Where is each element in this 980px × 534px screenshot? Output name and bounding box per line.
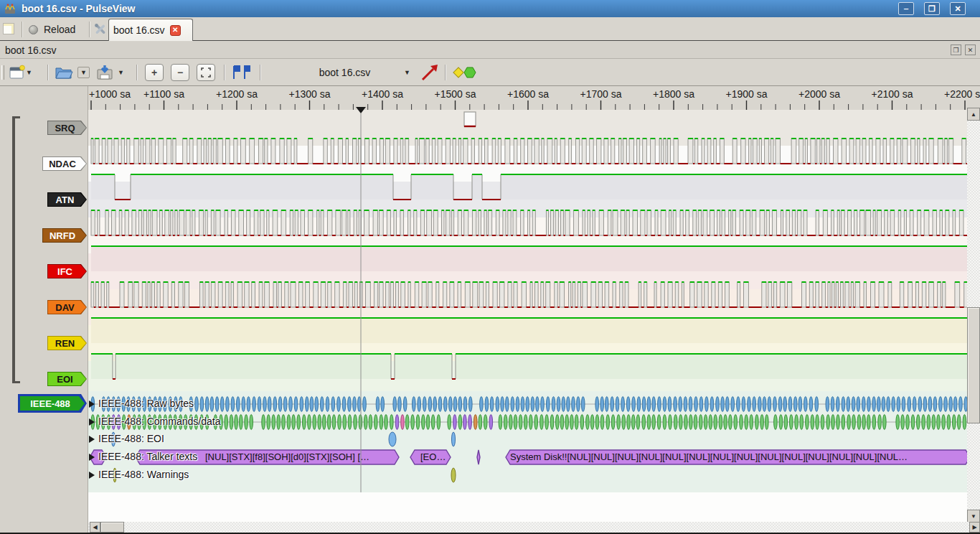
decoder-row-label[interactable]: IEEE-488: Talker texts [98,451,197,462]
dock-title: boot 16.csv [5,44,57,56]
main-toolbar: ▼ ▼ ▼ + − [0,59,980,86]
vertical-scrollbar[interactable]: ▲ ▼ [967,108,980,524]
device-selector-value: boot 16.csv [286,67,404,78]
waveform-canvas[interactable] [0,86,980,533]
probe-icon [420,63,439,82]
separator [22,22,22,37]
zoom-fit-icon [197,64,215,81]
decoder-annotation-text: [EO… [420,451,448,464]
channel-flag-dav[interactable]: DAV [47,300,87,314]
zoom-out-button[interactable]: − [171,62,189,83]
dropdown-arrow-icon[interactable]: ▼ [26,69,32,76]
channel-flag-atn[interactable]: ATN [47,192,87,207]
channel-flag-srq[interactable]: SRQ [47,121,87,135]
trace-group-bracket[interactable] [12,116,20,383]
scroll-left-icon[interactable]: ◀ [90,522,100,533]
dropdown-arrow-icon: ▼ [404,69,410,76]
new-session-icon [9,65,26,80]
dropdown-arrow-icon[interactable]: ▼ [77,67,90,78]
decoder-row-label[interactable]: IEEE-488: Raw bytes [98,398,194,409]
pulseview-logo-icon [4,3,16,14]
title-bar[interactable]: boot 16.csv - PulseView ‒ ❐ ✕ [0,0,980,17]
separator [445,65,446,80]
channel-flag-ieee-488[interactable]: IEEE-488 [18,394,87,413]
channel-flag-ndac[interactable]: NDAC [42,156,87,171]
scroll-down-icon[interactable]: ▼ [967,510,980,523]
new-file-icon[interactable] [3,23,14,34]
toolbar-grip[interactable] [1,65,4,80]
close-button[interactable]: ✕ [950,2,966,15]
reload-button[interactable]: Reload [29,21,75,38]
show-cursors-button[interactable] [231,62,253,83]
minimize-button[interactable]: ‒ [898,2,914,15]
save-button[interactable]: ▼ [96,62,124,83]
decoder-row-label[interactable]: IEEE-488: Commands/data [98,416,220,427]
new-session-button[interactable]: ▼ [9,62,32,83]
separator [260,65,260,80]
maximize-button[interactable]: ❐ [924,2,940,15]
tab-boot16csv[interactable]: boot 16.csv ✕ [108,19,193,41]
trace-view[interactable]: +1000 sa+1100 sa+1200 sa+1300 sa+1400 sa… [0,86,980,533]
decoder-annotation-text: System Disk!![NUL][NUL][NUL][NUL][NUL][N… [510,451,967,464]
dock-close-icon[interactable]: ✕ [965,44,976,55]
zoom-out-icon: − [171,64,189,81]
device-selector-combobox[interactable]: boot 16.csv ▼ [286,63,416,82]
reload-label: Reload [44,24,75,35]
horizontal-scrollbar[interactable]: ◀ ▶ [88,522,980,533]
open-folder-icon [55,65,73,80]
tab-close-icon[interactable]: ✕ [170,25,181,36]
session-tab-bar: Reload boot 16.csv ✕ [0,17,980,41]
dock-header: boot 16.csv ❐ ✕ [0,42,980,59]
scroll-right-icon[interactable]: ▶ [969,522,980,533]
channel-label-panel: SRQNDACATNNRFDIFCDAVRENEOIIEEE-488 [0,86,88,533]
open-file-button[interactable]: ▼ [55,62,90,83]
save-icon [96,65,113,80]
tab-label: boot 16.csv [113,24,165,36]
tools-icon[interactable] [93,22,108,37]
zoom-in-icon: + [145,64,164,81]
channel-flag-nrfd[interactable]: NRFD [42,228,87,243]
scroll-up-icon[interactable]: ▲ [967,108,980,121]
decoder-annotation-text: [NUL][STX][f8][SOH][d0][STX][SOH] [… [205,451,396,464]
channel-flag-ifc[interactable]: IFC [47,264,87,278]
zoom-fit-button[interactable] [197,62,215,83]
configure-channels-button[interactable] [420,62,439,83]
decoder-row-label[interactable]: IEEE-488: Warnings [98,469,189,480]
decoder-row-label[interactable]: IEEE-488: EOI [98,433,164,444]
channel-flag-ren[interactable]: REN [47,336,87,350]
cursor-flags-icon [231,65,253,80]
pulseview-window: boot 16.csv - PulseView ‒ ❐ ✕ Reload boo… [0,0,980,534]
zoom-in-button[interactable]: + [145,62,164,83]
separator [47,65,48,80]
dropdown-arrow-icon[interactable]: ▼ [118,69,124,76]
separator [136,65,137,80]
vertical-scroll-handle[interactable] [967,307,980,423]
reload-radio-icon [29,25,38,34]
add-decoder-button[interactable] [452,62,476,83]
horizontal-scroll-handle[interactable] [100,522,124,533]
channel-flag-eoi[interactable]: EOI [47,372,87,386]
dock-float-icon[interactable]: ❐ [951,44,961,55]
decoder-icon [452,65,476,80]
separator [224,65,225,80]
separator [89,22,90,37]
window-title: boot 16.csv - PulseView [22,3,135,14]
